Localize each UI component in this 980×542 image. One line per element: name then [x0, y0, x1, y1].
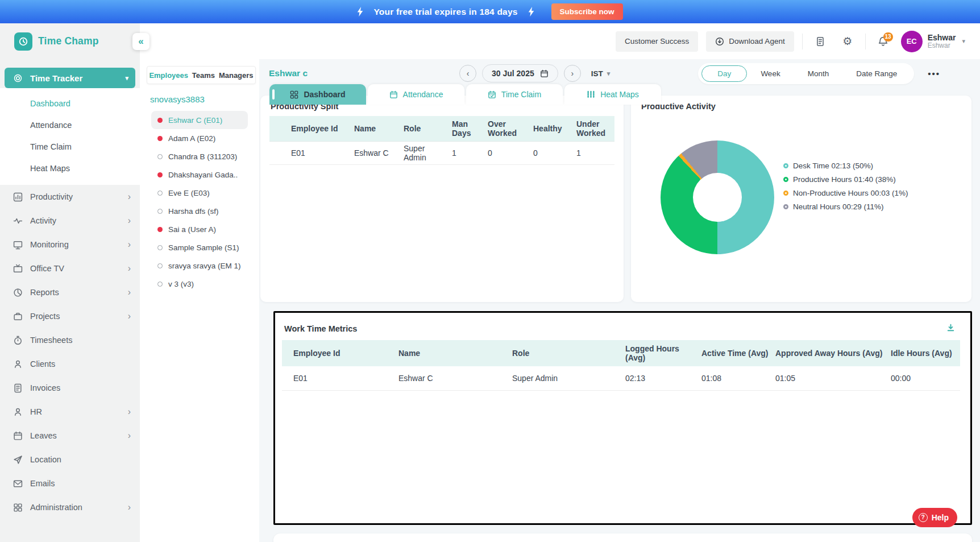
range-month[interactable]: Month — [794, 65, 843, 82]
work-time-metrics-title: Work Time Metrics — [275, 313, 970, 333]
chevron-down-icon: ▾ — [125, 75, 128, 82]
user-menu[interactable]: EC Eshwar Eshwar ▾ — [901, 31, 965, 52]
employee-list-item[interactable]: v 3 (v3) — [151, 275, 248, 293]
office-tv-icon — [13, 264, 23, 274]
sidebar-item-emails[interactable]: Emails — [0, 471, 140, 495]
chevron-right-icon: › — [128, 288, 131, 297]
table-row[interactable]: E01Eshwar CSuper Admin02:1301:0801:0500:… — [282, 366, 960, 390]
trial-banner: Your free trial expires in 184 days Subs… — [0, 0, 980, 23]
legend-item: Neutral Hours 00:29 (11%) — [783, 202, 908, 211]
calendar-check-icon — [488, 90, 496, 99]
previous-day-button[interactable]: ‹ — [459, 65, 476, 82]
chevron-down-icon: ▾ — [962, 38, 965, 45]
employee-list-item[interactable]: Adam A (E02) — [151, 129, 248, 147]
employee-list-item[interactable]: Chandra B (311203) — [151, 147, 248, 166]
sidebar-item-location[interactable]: Location — [0, 448, 140, 471]
settings-button[interactable]: ⚙ — [838, 32, 857, 51]
sidebar-item-projects[interactable]: Projects› — [0, 304, 140, 328]
top-cards-row: Productivity Split Employee IdNameRoleMa… — [260, 96, 971, 302]
range-day[interactable]: Day — [701, 65, 747, 82]
sidebar-item-administration[interactable]: Administration› — [0, 495, 140, 519]
download-icon — [946, 323, 956, 333]
sidebar-subitem-time-claim[interactable]: Time Claim — [0, 136, 140, 158]
sidebar-item-hr[interactable]: HR› — [0, 400, 140, 424]
employee-list-item[interactable]: Sai a (User A) — [151, 220, 248, 238]
sidebar-subitem-attendance[interactable]: Attendance — [0, 114, 140, 136]
sidebar-subitem-heat-maps[interactable]: Heat Maps — [0, 158, 140, 179]
chart-legend: Desk Time 02:13 (50%)Productive Hours 01… — [783, 162, 908, 211]
sidebar-item-clients[interactable]: Clients — [0, 352, 140, 376]
panel-tab-managers[interactable]: Managers — [219, 71, 254, 80]
table-row[interactable]: E01Eshwar CSuper Admin1001 — [269, 141, 614, 164]
sidebar-item-timesheets[interactable]: Timesheets — [0, 328, 140, 352]
sidebar-item-office-tv[interactable]: Office TV› — [0, 256, 140, 280]
panel-tab-employees[interactable]: Employees — [149, 71, 188, 80]
productive-activity-title: Productive Activity — [631, 96, 971, 111]
panel-tab-teams[interactable]: Teams — [192, 71, 215, 80]
employee-list-item[interactable]: Sample Sample (S1) — [151, 238, 248, 256]
sidebar-nav: Time Tracker▾DashboardAttendanceTime Cla… — [0, 59, 140, 519]
range-date-range[interactable]: Date Range — [842, 65, 911, 82]
export-button[interactable] — [946, 323, 956, 334]
sidebar-item-activity[interactable]: Activity› — [0, 209, 140, 233]
column-header: Under Worked — [573, 116, 614, 141]
sidebar-item-time-tracker[interactable]: Time Tracker▾ — [5, 68, 135, 88]
date-picker[interactable]: 30 Jul 2025 — [482, 64, 558, 82]
document-button[interactable] — [811, 32, 830, 51]
chevron-right-icon: › — [128, 431, 131, 440]
location-icon — [13, 455, 23, 465]
page-title: Eshwar c — [269, 68, 459, 78]
status-dot — [157, 136, 163, 141]
next-day-button[interactable]: › — [564, 65, 581, 82]
trial-message: Your free trial expires in 184 days — [373, 7, 517, 17]
legend-swatch — [783, 177, 788, 182]
tab-dashboard[interactable]: Dashboard — [269, 84, 366, 105]
help-button[interactable]: ? Help — [912, 508, 957, 527]
status-dot — [157, 154, 163, 159]
employee-panel-tabs: EmployeesTeamsManagers — [147, 66, 256, 84]
leaves-icon — [13, 431, 23, 441]
sidebar-item-reports[interactable]: Reports› — [0, 280, 140, 304]
employee-list-item[interactable]: Dhakshayani Gada.. — [151, 166, 248, 184]
avatar: EC — [901, 31, 923, 52]
sidebar-submenu: DashboardAttendanceTime ClaimHeat Maps — [0, 88, 140, 185]
hr-icon — [13, 407, 23, 417]
next-section-card — [273, 533, 972, 542]
sidebar-item-leaves[interactable]: Leaves› — [0, 424, 140, 448]
employee-list-item[interactable]: sravya sravya (EM 1) — [151, 256, 248, 275]
invoices-icon — [13, 383, 23, 393]
organization-label: snovasys3883 — [150, 94, 259, 104]
heat-grid-icon — [587, 90, 595, 99]
sidebar-collapse-button[interactable]: « — [132, 33, 150, 50]
notifications-button[interactable]: 13 — [874, 32, 893, 51]
column-header: Approved Away Hours (Avg) — [773, 340, 888, 366]
download-agent-button[interactable]: Download Agent — [706, 31, 794, 52]
tab-time-claim[interactable]: Time Claim — [466, 84, 563, 105]
sidebar-subitem-dashboard[interactable]: Dashboard — [0, 93, 140, 114]
legend-item: Non-Productive Hours 00:03 (1%) — [783, 189, 908, 197]
employee-list-item[interactable]: Harsha dfs (sf) — [151, 202, 248, 220]
sidebar-item-monitoring[interactable]: Monitoring› — [0, 233, 140, 256]
date-navigation: ‹ 30 Jul 2025 › IST ▾ — [459, 64, 610, 82]
tab-heat-maps[interactable]: Heat Maps — [564, 84, 661, 105]
sidebar-item-invoices[interactable]: Invoices — [0, 376, 140, 400]
range-week[interactable]: Week — [747, 65, 794, 82]
employee-list-item[interactable]: Eve E (E03) — [151, 184, 248, 202]
employee-list-item[interactable]: Eshwar C (E01) — [151, 111, 248, 129]
sidebar-item-productivity[interactable]: Productivity› — [0, 185, 140, 209]
status-dot — [157, 227, 163, 232]
subscribe-now-button[interactable]: Subscribe now — [551, 3, 623, 20]
calendar-icon — [540, 69, 549, 78]
customer-success-button[interactable]: Customer Success — [616, 31, 698, 52]
timezone-selector[interactable]: IST ▾ — [591, 69, 611, 78]
status-dot — [157, 245, 163, 250]
productivity-split-table: Employee IdNameRoleMan DaysOver WorkedHe… — [269, 116, 614, 165]
brand-area: Time Champ — [0, 23, 140, 59]
range-selector: DayWeekMonthDate Range — [698, 63, 914, 84]
status-dot — [157, 263, 163, 268]
reports-icon — [13, 288, 23, 297]
more-options-button[interactable]: ••• — [928, 69, 940, 78]
status-dot — [157, 282, 163, 287]
tab-attendance[interactable]: Attendance — [368, 84, 464, 105]
user-name: Eshwar — [928, 33, 956, 42]
